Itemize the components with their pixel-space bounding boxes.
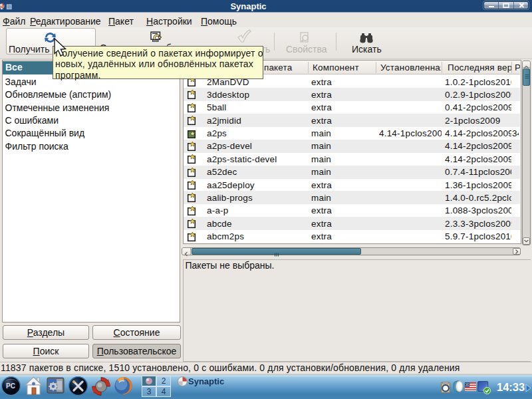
svg-text:PC: PC <box>6 382 15 390</box>
